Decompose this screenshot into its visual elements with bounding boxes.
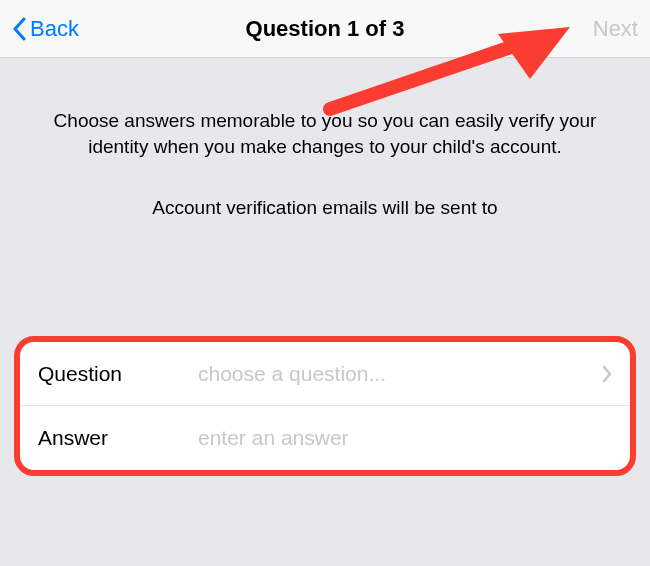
verification-text: Account verification emails will be sent… <box>28 197 622 219</box>
chevron-left-icon <box>12 17 27 41</box>
back-label: Back <box>30 16 79 42</box>
navigation-bar: Back Question 1 of 3 Next <box>0 0 650 58</box>
content-area: Choose answers memorable to you so you c… <box>0 58 650 219</box>
answer-placeholder: enter an answer <box>198 426 612 450</box>
next-button[interactable]: Next <box>593 16 638 42</box>
security-question-form: Question choose a question... Answer ent… <box>14 336 636 476</box>
page-title: Question 1 of 3 <box>246 16 405 42</box>
instruction-text: Choose answers memorable to you so you c… <box>28 108 622 159</box>
question-row[interactable]: Question choose a question... <box>20 342 630 406</box>
answer-row[interactable]: Answer enter an answer <box>20 406 630 470</box>
back-button[interactable]: Back <box>12 16 79 42</box>
question-placeholder: choose a question... <box>198 362 602 386</box>
answer-label: Answer <box>38 426 198 450</box>
question-label: Question <box>38 362 198 386</box>
chevron-right-icon <box>602 365 612 383</box>
